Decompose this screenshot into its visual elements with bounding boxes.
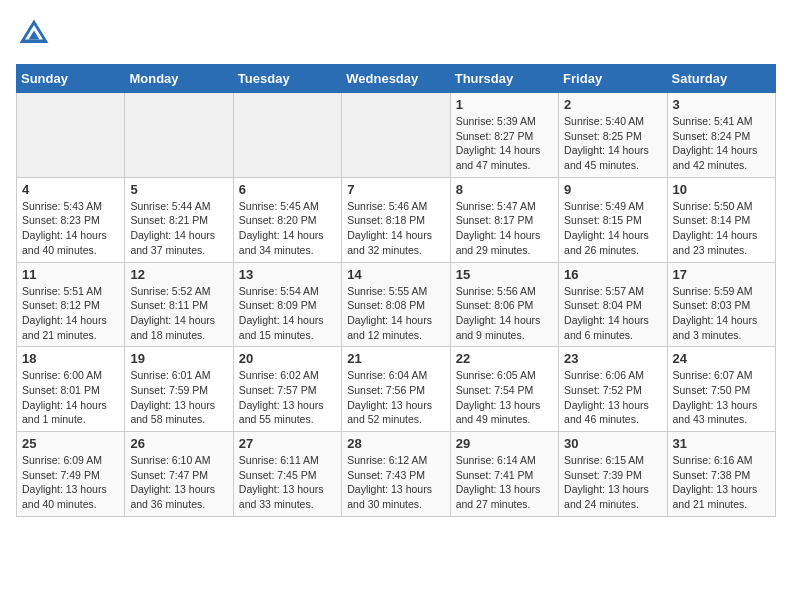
- day-info: Sunrise: 5:52 AMSunset: 8:11 PMDaylight:…: [130, 284, 227, 343]
- day-number: 18: [22, 351, 119, 366]
- day-info: Sunrise: 5:39 AMSunset: 8:27 PMDaylight:…: [456, 114, 553, 173]
- day-number: 23: [564, 351, 661, 366]
- day-number: 29: [456, 436, 553, 451]
- day-info: Sunrise: 5:47 AMSunset: 8:17 PMDaylight:…: [456, 199, 553, 258]
- day-number: 5: [130, 182, 227, 197]
- calendar-cell: [233, 93, 341, 178]
- calendar-cell: 28Sunrise: 6:12 AMSunset: 7:43 PMDayligh…: [342, 432, 450, 517]
- day-number: 2: [564, 97, 661, 112]
- calendar-cell: 15Sunrise: 5:56 AMSunset: 8:06 PMDayligh…: [450, 262, 558, 347]
- column-header-monday: Monday: [125, 65, 233, 93]
- calendar-cell: 16Sunrise: 5:57 AMSunset: 8:04 PMDayligh…: [559, 262, 667, 347]
- calendar-cell: 30Sunrise: 6:15 AMSunset: 7:39 PMDayligh…: [559, 432, 667, 517]
- day-number: 14: [347, 267, 444, 282]
- day-number: 9: [564, 182, 661, 197]
- day-number: 3: [673, 97, 770, 112]
- column-header-tuesday: Tuesday: [233, 65, 341, 93]
- calendar-cell: 4Sunrise: 5:43 AMSunset: 8:23 PMDaylight…: [17, 177, 125, 262]
- column-header-sunday: Sunday: [17, 65, 125, 93]
- calendar-cell: 2Sunrise: 5:40 AMSunset: 8:25 PMDaylight…: [559, 93, 667, 178]
- calendar-cell: 5Sunrise: 5:44 AMSunset: 8:21 PMDaylight…: [125, 177, 233, 262]
- day-number: 24: [673, 351, 770, 366]
- calendar-week-row: 18Sunrise: 6:00 AMSunset: 8:01 PMDayligh…: [17, 347, 776, 432]
- day-info: Sunrise: 6:15 AMSunset: 7:39 PMDaylight:…: [564, 453, 661, 512]
- logo: [16, 16, 56, 52]
- day-number: 11: [22, 267, 119, 282]
- day-info: Sunrise: 5:54 AMSunset: 8:09 PMDaylight:…: [239, 284, 336, 343]
- calendar-cell: 11Sunrise: 5:51 AMSunset: 8:12 PMDayligh…: [17, 262, 125, 347]
- day-number: 25: [22, 436, 119, 451]
- calendar-cell: 14Sunrise: 5:55 AMSunset: 8:08 PMDayligh…: [342, 262, 450, 347]
- calendar-cell: 21Sunrise: 6:04 AMSunset: 7:56 PMDayligh…: [342, 347, 450, 432]
- calendar-cell: 1Sunrise: 5:39 AMSunset: 8:27 PMDaylight…: [450, 93, 558, 178]
- day-info: Sunrise: 6:14 AMSunset: 7:41 PMDaylight:…: [456, 453, 553, 512]
- day-number: 27: [239, 436, 336, 451]
- calendar-cell: 27Sunrise: 6:11 AMSunset: 7:45 PMDayligh…: [233, 432, 341, 517]
- calendar-cell: 17Sunrise: 5:59 AMSunset: 8:03 PMDayligh…: [667, 262, 775, 347]
- day-info: Sunrise: 5:55 AMSunset: 8:08 PMDaylight:…: [347, 284, 444, 343]
- calendar-cell: 19Sunrise: 6:01 AMSunset: 7:59 PMDayligh…: [125, 347, 233, 432]
- calendar-cell: 9Sunrise: 5:49 AMSunset: 8:15 PMDaylight…: [559, 177, 667, 262]
- day-info: Sunrise: 6:01 AMSunset: 7:59 PMDaylight:…: [130, 368, 227, 427]
- day-info: Sunrise: 6:00 AMSunset: 8:01 PMDaylight:…: [22, 368, 119, 427]
- calendar-cell: 24Sunrise: 6:07 AMSunset: 7:50 PMDayligh…: [667, 347, 775, 432]
- day-info: Sunrise: 5:50 AMSunset: 8:14 PMDaylight:…: [673, 199, 770, 258]
- calendar-cell: 31Sunrise: 6:16 AMSunset: 7:38 PMDayligh…: [667, 432, 775, 517]
- day-number: 8: [456, 182, 553, 197]
- day-info: Sunrise: 5:51 AMSunset: 8:12 PMDaylight:…: [22, 284, 119, 343]
- column-header-saturday: Saturday: [667, 65, 775, 93]
- day-number: 12: [130, 267, 227, 282]
- day-info: Sunrise: 6:05 AMSunset: 7:54 PMDaylight:…: [456, 368, 553, 427]
- column-header-thursday: Thursday: [450, 65, 558, 93]
- day-info: Sunrise: 5:49 AMSunset: 8:15 PMDaylight:…: [564, 199, 661, 258]
- calendar-cell: 25Sunrise: 6:09 AMSunset: 7:49 PMDayligh…: [17, 432, 125, 517]
- day-number: 19: [130, 351, 227, 366]
- day-info: Sunrise: 6:09 AMSunset: 7:49 PMDaylight:…: [22, 453, 119, 512]
- logo-icon: [16, 16, 52, 52]
- calendar-cell: 22Sunrise: 6:05 AMSunset: 7:54 PMDayligh…: [450, 347, 558, 432]
- day-info: Sunrise: 6:06 AMSunset: 7:52 PMDaylight:…: [564, 368, 661, 427]
- column-header-wednesday: Wednesday: [342, 65, 450, 93]
- day-number: 6: [239, 182, 336, 197]
- day-number: 21: [347, 351, 444, 366]
- day-info: Sunrise: 5:41 AMSunset: 8:24 PMDaylight:…: [673, 114, 770, 173]
- day-number: 17: [673, 267, 770, 282]
- day-info: Sunrise: 6:02 AMSunset: 7:57 PMDaylight:…: [239, 368, 336, 427]
- day-number: 20: [239, 351, 336, 366]
- calendar-cell: 20Sunrise: 6:02 AMSunset: 7:57 PMDayligh…: [233, 347, 341, 432]
- day-number: 16: [564, 267, 661, 282]
- calendar-week-row: 4Sunrise: 5:43 AMSunset: 8:23 PMDaylight…: [17, 177, 776, 262]
- day-number: 31: [673, 436, 770, 451]
- day-info: Sunrise: 6:10 AMSunset: 7:47 PMDaylight:…: [130, 453, 227, 512]
- calendar-week-row: 1Sunrise: 5:39 AMSunset: 8:27 PMDaylight…: [17, 93, 776, 178]
- calendar-cell: 13Sunrise: 5:54 AMSunset: 8:09 PMDayligh…: [233, 262, 341, 347]
- day-number: 30: [564, 436, 661, 451]
- day-info: Sunrise: 5:40 AMSunset: 8:25 PMDaylight:…: [564, 114, 661, 173]
- day-number: 22: [456, 351, 553, 366]
- calendar-cell: 29Sunrise: 6:14 AMSunset: 7:41 PMDayligh…: [450, 432, 558, 517]
- day-number: 28: [347, 436, 444, 451]
- calendar-cell: 6Sunrise: 5:45 AMSunset: 8:20 PMDaylight…: [233, 177, 341, 262]
- day-number: 4: [22, 182, 119, 197]
- calendar-cell: 18Sunrise: 6:00 AMSunset: 8:01 PMDayligh…: [17, 347, 125, 432]
- day-info: Sunrise: 5:56 AMSunset: 8:06 PMDaylight:…: [456, 284, 553, 343]
- calendar-cell: 8Sunrise: 5:47 AMSunset: 8:17 PMDaylight…: [450, 177, 558, 262]
- day-number: 15: [456, 267, 553, 282]
- day-number: 10: [673, 182, 770, 197]
- day-info: Sunrise: 5:59 AMSunset: 8:03 PMDaylight:…: [673, 284, 770, 343]
- column-header-friday: Friday: [559, 65, 667, 93]
- calendar-cell: 3Sunrise: 5:41 AMSunset: 8:24 PMDaylight…: [667, 93, 775, 178]
- day-number: 7: [347, 182, 444, 197]
- calendar-cell: 26Sunrise: 6:10 AMSunset: 7:47 PMDayligh…: [125, 432, 233, 517]
- calendar-cell: [125, 93, 233, 178]
- day-info: Sunrise: 5:44 AMSunset: 8:21 PMDaylight:…: [130, 199, 227, 258]
- day-info: Sunrise: 5:45 AMSunset: 8:20 PMDaylight:…: [239, 199, 336, 258]
- page-header: [16, 16, 776, 52]
- day-number: 26: [130, 436, 227, 451]
- calendar-cell: 10Sunrise: 5:50 AMSunset: 8:14 PMDayligh…: [667, 177, 775, 262]
- calendar-cell: [342, 93, 450, 178]
- day-info: Sunrise: 6:16 AMSunset: 7:38 PMDaylight:…: [673, 453, 770, 512]
- day-info: Sunrise: 5:43 AMSunset: 8:23 PMDaylight:…: [22, 199, 119, 258]
- calendar-cell: 7Sunrise: 5:46 AMSunset: 8:18 PMDaylight…: [342, 177, 450, 262]
- day-info: Sunrise: 6:04 AMSunset: 7:56 PMDaylight:…: [347, 368, 444, 427]
